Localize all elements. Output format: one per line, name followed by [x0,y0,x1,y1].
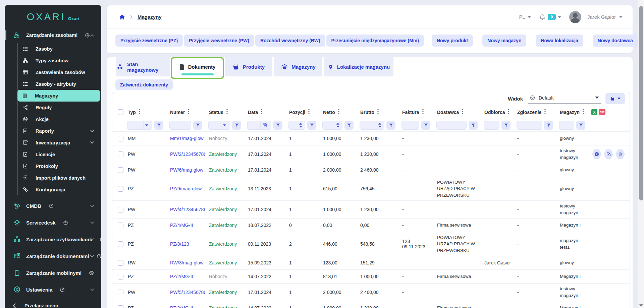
filter-input-brutto[interactable] [360,121,384,130]
row-checkbox[interactable] [118,274,123,280]
nowa-lokalizacja-button[interactable]: Nowa lokalizacja [536,35,583,47]
document-link[interactable]: PZ/8/123 [170,241,189,247]
sidebar-item-zarzadzanie-uzytkownikami[interactable]: Zarządzanie użytkownikami [5,231,101,248]
sidebar-item-zarzadzanie-mobilnymi[interactable]: Zarządzanie mobilnymi [5,264,101,281]
sidebar-item-konfiguracja[interactable]: Konfiguracja [18,184,101,195]
filter-input-magazyn[interactable] [559,121,574,130]
approve-documents-button[interactable]: Zatwierdź dokumenty [115,79,173,90]
scrollbar-down-arrow[interactable] [639,304,643,307]
filter-input-status[interactable] [208,121,230,130]
sidebar-item-servicedesk[interactable]: Servicedesk [5,214,101,231]
column-menu-icon[interactable] [188,109,189,116]
column-menu-icon[interactable] [422,109,424,116]
row-checkbox[interactable] [118,136,123,141]
filter-input-netto[interactable] [322,121,342,130]
sidebar-item-zestawienia-zasobow[interactable]: Zestawienia zasobów [18,66,101,78]
filter-input-dostawca[interactable] [436,121,467,130]
document-link[interactable]: PZ/4/MG-II [170,223,193,228]
filter-input-faktura[interactable] [401,121,419,130]
document-link[interactable]: Mm/1/mag-glow [170,136,204,141]
select-all-checkbox[interactable] [118,109,123,115]
rozchod-wewnetrzny-rw-button[interactable]: Rozchód wewnętrzny (RW) [255,35,325,47]
filter-funnel-odbiorca[interactable] [501,121,511,130]
tab-lokalizacje-magazynu[interactable]: Lokalizacje magazynu [324,57,393,76]
filter-funnel-magazyn[interactable] [576,121,585,130]
column-menu-icon[interactable] [544,109,546,116]
document-link[interactable]: PW/2/123456789 [170,151,205,157]
column-menu-icon[interactable] [377,109,379,116]
column-menu-icon[interactable] [508,109,509,116]
tab-dokumenty[interactable]: Dokumenty [172,57,223,76]
table-row-pw-2-123456789[interactable]: PWPW/2/123456789Zatwierdzony17.01.202411… [112,145,630,163]
sidebar-item-import-plikow-danych[interactable]: Import plików danych [18,172,101,184]
nowy-produkt-button[interactable]: Nowy produkt [432,35,473,47]
sidebar-item-magazyny[interactable]: Magazyny [17,90,100,102]
lock-view-button[interactable] [605,93,625,104]
sidebar-item-raporty[interactable]: Raporty [18,125,101,137]
filter-funnel-numer[interactable] [193,121,202,130]
preview-button[interactable] [592,149,601,159]
user-menu[interactable]: Jarek Gąsior [587,14,616,20]
filter-input-zgloszenie[interactable] [517,121,542,130]
row-checkbox[interactable] [118,305,123,308]
sidebar-item-ustawienia[interactable]: Ustawienia [5,281,101,298]
document-link[interactable]: RW/3/mag-glow [170,260,203,265]
table-row-pz-3-mg-ii[interactable]: PZPZ/3/MG-IIZatwierdzony14.07.202211 000… [112,301,630,308]
document-link[interactable]: PZ/9/mag-glow [170,186,202,191]
document-link[interactable]: PZ/3/MG-II [170,305,193,308]
filter-input-pozycji[interactable] [288,121,305,130]
filter-funnel-typ[interactable] [154,121,163,130]
nowy-dostawca-button[interactable]: Nowy dostawca [593,35,638,47]
edit-button[interactable] [604,149,613,159]
sidebar-item-protokoly[interactable]: Protokoły [18,160,101,172]
breadcrumb-link-magazyny[interactable]: Magazyny [138,14,162,20]
sidebar-item-zarzadzanie-zasobami[interactable]: Zarządzanie zasobami [5,29,101,42]
row-checkbox[interactable] [118,223,123,228]
sidebar-item-inwentaryzacja[interactable]: Inwentaryzacja [18,137,101,148]
filter-input-typ[interactable] [127,121,152,130]
view-select[interactable]: Default [528,94,601,104]
filter-funnel-faktura[interactable] [421,121,430,130]
row-checkbox[interactable] [118,241,123,247]
table-row-pw-4-123456789[interactable]: PWPW/4/123456789Zatwierdzony17.01.202411… [112,200,630,218]
document-link[interactable]: PW/4/123456789 [170,207,205,212]
export-pdf-icon[interactable]: PDF [599,109,605,115]
tab-magazyny[interactable]: Magazyny [274,57,322,76]
row-checkbox[interactable] [118,207,123,212]
przyjecie-zewnetrzne-pz-button[interactable]: Przyjęcie zewnętrzne (PZ) [115,35,183,47]
delete-button[interactable] [615,149,625,159]
sidebar-item-zasoby-atrybuty[interactable]: Zasoby - atrybuty [18,78,101,90]
filter-funnel-zgloszenie[interactable] [544,121,553,130]
tab-stan-magazynowy[interactable]: Stan magazynowy [116,57,170,76]
przesuniecie-miedzymagazynowe-mm-button[interactable]: Przesunięcie międzymagazynowe (Mm) [326,35,424,47]
sidebar-item-cmdb[interactable]: CMDB [5,197,101,214]
table-row-rw-3-mag-glow[interactable]: RWRW/3/mag-glowZatwierdzony15.09.2023112… [112,256,630,269]
sidebar-item-licencje[interactable]: Licencje [18,148,101,160]
column-menu-icon[interactable] [583,109,584,116]
nowy-magazyn-button[interactable]: Nowy magazyn [482,35,526,47]
filter-funnel-data[interactable] [273,121,282,130]
przyjecie-wewnetrzne-pw-button[interactable]: Przyjęcie wewnętrzne (PW) [184,35,254,47]
row-checkbox[interactable] [118,151,123,157]
sidebar-item-akcje[interactable]: Akcje [18,113,101,125]
table-row-pz-2-mg-ii[interactable]: PZPZ/2/MG-IIRoboczy14.07.20221813,011 00… [112,269,630,283]
export-excel-icon[interactable]: X [591,109,597,115]
table-row-pw-5-123456789[interactable]: PWPW/5/123456789Zatwierdzony17.01.202412… [112,283,630,301]
filter-funnel-dostawca[interactable] [469,121,478,130]
language-selector[interactable]: PL [519,14,531,20]
sidebar-item-zarzadzanie-dokumentami[interactable]: Zarządzanie dokumentami [5,248,101,264]
row-checkbox[interactable] [118,260,123,266]
notifications[interactable]: 0 [539,13,561,20]
filter-funnel-brutto[interactable] [386,121,395,130]
avatar[interactable] [569,11,581,23]
filter-input-odbiorca[interactable] [484,121,499,130]
sidebar-item-typy-zasobow[interactable]: Typy zasobów [18,55,101,66]
table-row-mm-1-mag-glow[interactable]: MMMm/1/mag-glowRoboczy17.01.202411 000,0… [112,131,630,145]
filter-funnel-netto[interactable] [344,121,354,130]
filter-input-data[interactable] [247,121,271,130]
home-icon[interactable] [119,14,125,20]
column-menu-icon[interactable] [308,109,310,116]
sidebar-item-zasoby[interactable]: Zasoby [18,43,101,55]
row-checkbox[interactable] [118,167,123,173]
column-menu-icon[interactable] [226,109,228,116]
